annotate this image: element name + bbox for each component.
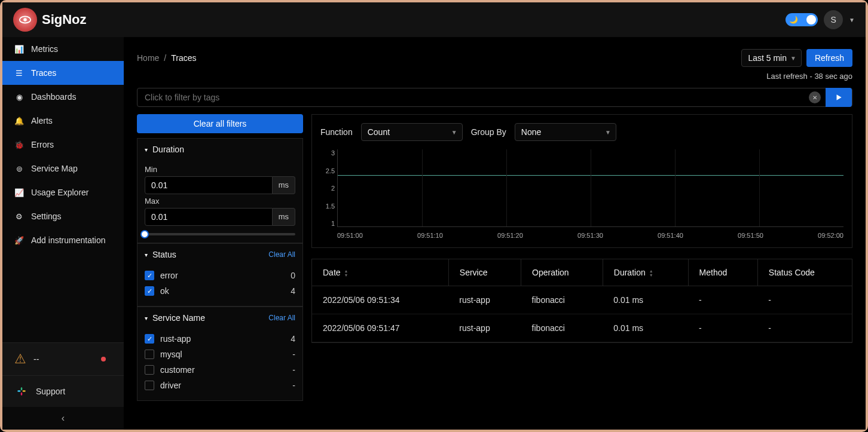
collapse-sidebar-button[interactable]: ‹ xyxy=(2,407,124,430)
filter-count: 4 xyxy=(291,334,295,344)
col-service[interactable]: Service xyxy=(448,259,521,286)
filter-label: ok xyxy=(160,286,169,296)
checkbox[interactable] xyxy=(145,365,154,375)
duration-slider[interactable] xyxy=(145,233,295,235)
sidebar-item-dashboards[interactable]: ◉Dashboards xyxy=(2,85,124,109)
checkbox[interactable] xyxy=(145,381,154,390)
tag-filter-input[interactable] xyxy=(137,93,809,102)
version-text: -- xyxy=(33,354,39,364)
sidebar-item-label: Settings xyxy=(31,212,62,221)
chevron-down-icon[interactable]: ▼ xyxy=(849,17,855,23)
groupby-select[interactable]: None ▼ xyxy=(515,123,616,141)
function-label: Function xyxy=(320,127,353,137)
sidebar-item-label: Metrics xyxy=(31,44,58,54)
filter-count: - xyxy=(292,350,295,359)
bug-icon: 🐞 xyxy=(14,140,24,149)
sidebar-version-warning[interactable]: ⚠ -- xyxy=(2,342,124,375)
checkbox[interactable] xyxy=(145,271,154,280)
sidebar-item-metrics[interactable]: 📊Metrics xyxy=(2,37,124,61)
col-operation[interactable]: Operation xyxy=(521,259,603,286)
svg-rect-4 xyxy=(21,387,23,390)
filter-count: 0 xyxy=(291,271,295,280)
filter-count: - xyxy=(292,381,295,390)
sidebar-item-settings[interactable]: ⚙Settings xyxy=(2,204,124,228)
play-icon xyxy=(835,93,843,102)
refresh-button[interactable]: Refresh xyxy=(806,49,852,67)
service-filter-customer[interactable]: customer- xyxy=(145,362,295,378)
chart-icon: 📈 xyxy=(14,188,24,197)
sidebar-item-usage-explorer[interactable]: 📈Usage Explorer xyxy=(2,180,124,204)
svg-rect-3 xyxy=(23,390,26,392)
sidebar-item-label: Errors xyxy=(31,140,54,149)
time-range-select[interactable]: Last 5 min ▼ xyxy=(741,49,802,67)
bar-icon: 📊 xyxy=(14,45,24,54)
run-filter-button[interactable] xyxy=(826,88,852,107)
chart-plot: 32.521.51 09:51:0009:51:1009:51:2009:51:… xyxy=(320,149,843,239)
sidebar-item-add-instrumentation[interactable]: 🚀Add instrumentation xyxy=(2,228,124,252)
avatar[interactable]: S xyxy=(824,10,843,29)
col-status-code[interactable]: Status Code xyxy=(757,259,852,286)
sidebar-item-alerts[interactable]: 🔔Alerts xyxy=(2,109,124,133)
bell-icon: 🔔 xyxy=(14,117,24,125)
service-clear-all[interactable]: Clear All xyxy=(268,314,295,322)
map-icon: ⊚ xyxy=(14,164,24,173)
sidebar-item-label: Service Map xyxy=(31,164,78,173)
filters-panel: Clear all filters ▾ Duration Min ms xyxy=(137,114,303,418)
sidebar-item-label: Dashboards xyxy=(31,92,77,102)
clear-all-filters-button[interactable]: Clear all filters xyxy=(137,114,303,133)
moon-icon: 🌙 xyxy=(789,16,798,24)
logo[interactable]: SigNoz xyxy=(13,8,87,32)
filter-label: mysql xyxy=(160,350,182,359)
list-icon: ☰ xyxy=(14,69,24,78)
function-select[interactable]: Count ▼ xyxy=(361,123,463,141)
checkbox[interactable] xyxy=(145,350,154,359)
chevron-down-icon: ▾ xyxy=(145,315,148,321)
service-section-header[interactable]: ▾ Service Name Clear All xyxy=(137,307,302,329)
duration-section-header[interactable]: ▾ Duration xyxy=(137,139,302,160)
sidebar-item-traces[interactable]: ☰Traces xyxy=(2,61,124,85)
checkbox[interactable] xyxy=(145,286,154,296)
chevron-down-icon: ▼ xyxy=(790,55,796,62)
breadcrumb: Home / Traces xyxy=(137,53,197,63)
service-filter-mysql[interactable]: mysql- xyxy=(145,347,295,362)
status-clear-all[interactable]: Clear All xyxy=(268,250,295,259)
sidebar-item-label: Alerts xyxy=(31,116,53,125)
duration-max-input[interactable] xyxy=(145,208,273,226)
breadcrumb-home[interactable]: Home xyxy=(137,53,159,63)
table-row[interactable]: 2022/05/06 09:51:47rust-appfibonacci0.01… xyxy=(312,314,852,342)
breadcrumb-current: Traces xyxy=(171,53,196,63)
sidebar-support[interactable]: Support xyxy=(2,375,124,407)
status-section-header[interactable]: ▾ Status Clear All xyxy=(137,244,302,265)
col-date[interactable]: Date▲▼ xyxy=(312,259,448,286)
top-bar: SigNoz 🌙 S ▼ xyxy=(2,2,866,37)
service-filter-driver[interactable]: driver- xyxy=(145,378,295,393)
col-method[interactable]: Method xyxy=(688,259,757,286)
checkbox[interactable] xyxy=(145,334,154,344)
tag-filter-bar: ✕ xyxy=(137,88,852,107)
gear-icon: ⚙ xyxy=(14,212,24,221)
chart-card: Function Count ▼ Group By None ▼ xyxy=(311,114,852,248)
clear-tags-icon[interactable]: ✕ xyxy=(809,91,821,103)
warning-icon: ⚠ xyxy=(14,351,26,367)
sidebar-item-service-map[interactable]: ⊚Service Map xyxy=(2,157,124,180)
filter-label: error xyxy=(160,271,178,280)
svg-rect-2 xyxy=(17,390,20,392)
status-filter-ok[interactable]: ok4 xyxy=(145,283,295,299)
col-duration[interactable]: Duration▲▼ xyxy=(603,259,688,286)
sidebar-item-errors[interactable]: 🐞Errors xyxy=(2,133,124,157)
sidebar-item-label: Usage Explorer xyxy=(31,188,89,197)
theme-toggle[interactable]: 🌙 xyxy=(786,13,818,26)
sort-icon: ▲▼ xyxy=(344,269,349,277)
table-row[interactable]: 2022/05/06 09:51:34rust-appfibonacci0.01… xyxy=(312,286,852,314)
notification-dot xyxy=(101,357,106,361)
chevron-down-icon: ▾ xyxy=(145,252,148,258)
service-filter-rust-app[interactable]: rust-app4 xyxy=(145,331,295,347)
dash-icon: ◉ xyxy=(14,93,24,102)
last-refresh-text: Last refresh - 38 sec ago xyxy=(137,72,852,81)
filter-label: customer xyxy=(160,365,195,375)
eye-icon xyxy=(13,8,37,32)
rocket-icon: 🚀 xyxy=(14,236,24,245)
slack-icon xyxy=(14,384,29,399)
status-filter-error[interactable]: error0 xyxy=(145,268,295,283)
duration-min-input[interactable] xyxy=(145,176,273,194)
